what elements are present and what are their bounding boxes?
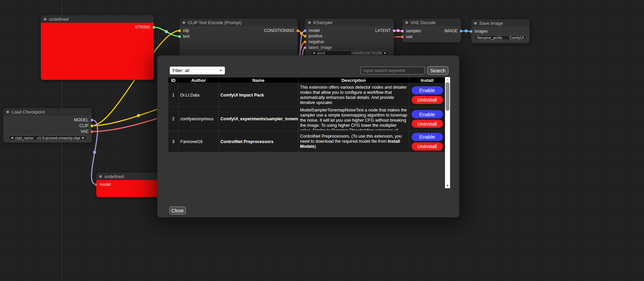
input-slot-text[interactable]: text (180, 34, 189, 39)
enable-button[interactable]: Enable (412, 86, 443, 94)
slot-dot-string-icon[interactable] (178, 35, 181, 38)
node-body: MODEL CLIP VAE ◀ ckpt_name v1-5-pruned-e… (3, 116, 92, 143)
enable-button[interactable]: Enable (412, 133, 443, 141)
input-slot-model[interactable]: model (305, 28, 320, 33)
uninstall-button[interactable]: Uninstall (412, 96, 443, 104)
slot-dot-clip-icon[interactable] (178, 29, 181, 32)
collapse-dot-icon[interactable] (474, 22, 477, 25)
collapse-dot-icon[interactable] (44, 18, 47, 21)
search-button[interactable]: Search (427, 66, 448, 75)
next-arrow-icon[interactable]: ▶ (82, 137, 84, 139)
slot-dot-clip-icon[interactable] (90, 124, 94, 127)
slot-dot-image-icon[interactable] (469, 30, 473, 33)
search-input[interactable] (361, 67, 425, 74)
extension-name-link[interactable]: ComfyUI_experiments/sampler_tonemap (219, 107, 298, 131)
node-title-bar[interactable]: Load Checkpoint (3, 108, 92, 116)
node-title-bar[interactable]: Save Image (471, 19, 530, 27)
extension-name-link[interactable]: ComfyUI Impact Pack (219, 83, 298, 107)
slot-dot-latent-icon[interactable] (401, 30, 404, 33)
node-title-bar[interactable]: VAE Decode (402, 19, 461, 26)
scroll-up-arrow-icon[interactable]: ▲ (445, 77, 450, 82)
widget-label: ckpt_name (15, 136, 33, 140)
node-title-bar[interactable]: KSampler (305, 19, 394, 26)
input-slot-clip[interactable]: clip (180, 28, 189, 33)
node-body: samples vae IMAGE (402, 26, 461, 42)
slot-dot-model-icon[interactable] (95, 183, 98, 186)
slot-label: positive (309, 34, 323, 38)
slot-dot-conditioning-icon[interactable] (296, 29, 299, 32)
extension-row: 3 Fannovel16 ControlNet Preprocessors Co… (168, 131, 445, 152)
slot-label: model (100, 182, 111, 187)
decrement-arrow-icon[interactable]: ◀ (313, 52, 315, 54)
output-slot-latent[interactable]: LATENT (375, 28, 394, 33)
output-slot-vae[interactable]: VAE (81, 129, 92, 134)
slot-dot-conditioning-icon[interactable] (303, 40, 307, 43)
header-id: ID (168, 77, 179, 83)
slot-dot-vae-icon[interactable] (401, 35, 404, 38)
enable-button[interactable]: Enable (412, 110, 443, 118)
filename-prefix-widget[interactable]: filename_prefix ComfyUI (475, 35, 526, 40)
node-body: images filename_prefix ComfyUI (471, 27, 530, 43)
prev-arrow-icon[interactable]: ◀ (11, 137, 13, 139)
slot-dot-image-icon[interactable] (460, 30, 463, 33)
node-undefined-top[interactable]: undefined STRING (41, 15, 154, 80)
input-slot-samples[interactable]: samples (402, 29, 421, 33)
widget-value: ComfyUI (505, 36, 524, 40)
slot-dot-model-icon[interactable] (90, 119, 94, 122)
table-header-row: ID Author Name Description Install (168, 77, 445, 83)
close-button[interactable]: Close (169, 207, 186, 214)
seed-widget[interactable]: ◀ seed 156680208700286 ▶ (310, 51, 389, 55)
node-save-image[interactable]: Save Image images filename_prefix ComfyU… (471, 19, 530, 43)
node-title-bar[interactable]: CLIP Text Encode (Prompt) (180, 19, 298, 26)
slot-label: MODEL (74, 118, 88, 122)
slot-label: negative (309, 39, 324, 44)
uninstall-button[interactable]: Uninstall (412, 142, 443, 151)
output-slot-string[interactable]: STRING (135, 25, 154, 30)
ckpt-name-widget[interactable]: ◀ ckpt_name v1-5-pruned-emaonly.ckpt ▶ (9, 135, 87, 140)
input-slot-positive[interactable]: positive (305, 34, 323, 38)
slot-dot-latent-icon[interactable] (303, 46, 307, 49)
extension-author: Fannovel16 (179, 131, 219, 152)
extension-id: 3 (168, 131, 179, 152)
slot-dot-string-icon[interactable] (152, 26, 155, 29)
collapse-dot-icon[interactable] (308, 21, 311, 24)
description-text: ) (315, 144, 316, 149)
node-title: undefined (104, 174, 124, 179)
increment-arrow-icon[interactable]: ▶ (384, 52, 386, 54)
filter-select[interactable]: Filter: all ▼ (170, 67, 225, 74)
output-slot-image[interactable]: IMAGE (444, 29, 461, 33)
collapse-dot-icon[interactable] (99, 175, 102, 178)
node-load-checkpoint[interactable]: Load Checkpoint MODEL CLIP VAE ◀ ckpt_na… (3, 108, 92, 143)
slot-dot-latent-icon[interactable] (393, 29, 396, 32)
slot-label: STRING (135, 25, 150, 30)
collapse-dot-icon[interactable] (182, 21, 185, 24)
extension-id: 1 (168, 83, 179, 107)
slot-dot-model-icon[interactable] (303, 29, 307, 32)
scrollbar-thumb[interactable] (446, 82, 449, 111)
node-title-bar[interactable]: undefined (41, 15, 154, 23)
slot-dot-vae-icon[interactable] (90, 130, 94, 133)
node-title: KSampler (313, 20, 333, 25)
input-slot-negative[interactable]: negative (305, 39, 324, 44)
node-title: Save Image (479, 21, 503, 26)
output-slot-clip[interactable]: CLIP (79, 123, 92, 128)
input-slot-model[interactable]: model (96, 182, 111, 187)
scroll-down-arrow-icon[interactable]: ▼ (445, 183, 450, 188)
collapse-dot-icon[interactable] (405, 21, 408, 24)
slot-dot-conditioning-icon[interactable] (303, 35, 307, 38)
slot-label: vae (406, 34, 412, 39)
slot-label: clip (183, 28, 189, 33)
extension-id: 2 (168, 107, 179, 131)
input-slot-latent-image[interactable]: latent_image (305, 45, 332, 50)
input-slot-images[interactable]: images (471, 29, 488, 34)
table-scrollbar[interactable]: ▲ ▼ (445, 77, 450, 188)
node-vae-decode[interactable]: VAE Decode samples vae IMAGE (402, 19, 461, 42)
output-slot-model[interactable]: MODEL (74, 118, 92, 122)
extension-name-link[interactable]: ControlNet Preprocessors (219, 131, 298, 152)
collapse-dot-icon[interactable] (6, 110, 9, 113)
input-slot-vae[interactable]: vae (402, 34, 412, 39)
node-body: STRING (41, 23, 154, 80)
output-slot-conditioning[interactable]: CONDITIONING (264, 28, 298, 33)
uninstall-button[interactable]: Uninstall (412, 120, 443, 128)
widget-value: 156680208700286 (327, 51, 382, 55)
